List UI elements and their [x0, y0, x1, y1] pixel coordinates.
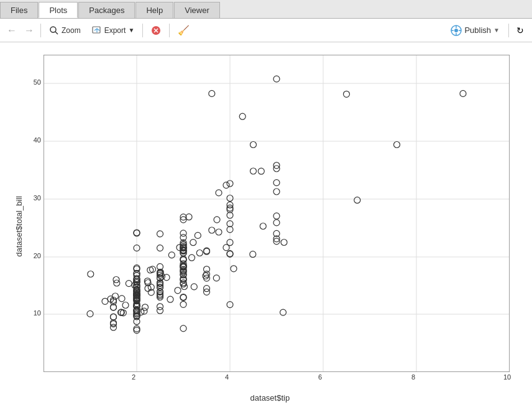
clear-button[interactable] [146, 22, 166, 39]
y-tick-20: 20 [34, 252, 41, 259]
refresh-button[interactable]: ↻ [512, 22, 528, 39]
separator-3 [169, 24, 170, 37]
export-label: Export [104, 26, 126, 35]
close-icon [151, 26, 161, 35]
x-axis-label: dataset$tip [250, 393, 290, 403]
publish-dropdown-arrow: ▼ [493, 27, 500, 34]
y-tick-labels: 50 40 30 20 10 [29, 55, 41, 372]
y-tick-50: 50 [34, 78, 41, 86]
x-tick-2: 2 [132, 373, 135, 381]
publish-icon [451, 25, 462, 36]
toolbar: ← → Zoom Export ▼ 🧹 [0, 19, 532, 42]
tab-plots[interactable]: Plots [39, 2, 78, 18]
separator-1 [40, 24, 41, 37]
zoom-label: Zoom [62, 26, 81, 35]
separator-2 [142, 24, 143, 37]
separator-4 [508, 24, 509, 37]
export-icon [92, 26, 102, 35]
tab-help[interactable]: Help [135, 2, 173, 18]
export-dropdown-arrow: ▼ [128, 27, 134, 34]
x-tick-10: 10 [503, 373, 511, 381]
svg-point-0 [50, 27, 56, 32]
publish-label: Publish [464, 26, 491, 35]
x-tick-6: 6 [318, 373, 322, 381]
y-axis-label: dataset$total_bill [14, 196, 24, 257]
plot-container: dataset$total_bill dataset$tip [0, 42, 532, 410]
y-tick-30: 30 [34, 194, 41, 202]
zoom-button[interactable]: Zoom [44, 22, 86, 39]
plot-area: dataset$total_bill dataset$tip [11, 49, 521, 404]
broom-icon: 🧹 [178, 25, 190, 36]
tab-packages[interactable]: Packages [78, 2, 135, 18]
tab-bar: Files Plots Packages Help Viewer [0, 0, 532, 19]
tab-viewer[interactable]: Viewer [174, 2, 220, 18]
svg-point-8 [454, 29, 458, 32]
svg-line-1 [55, 32, 58, 34]
x-tick-8: 8 [411, 373, 415, 381]
x-tick-labels: 2 4 6 8 10 [44, 373, 510, 386]
x-tick-4: 4 [225, 373, 229, 381]
zoom-icon [49, 26, 59, 35]
export-button[interactable]: Export ▼ [87, 22, 140, 39]
back-button[interactable]: ← [4, 22, 20, 39]
broom-button[interactable]: 🧹 [173, 22, 195, 39]
forward-button[interactable]: → [21, 22, 37, 39]
chart-svg [44, 55, 510, 372]
y-tick-10: 10 [34, 309, 41, 317]
y-tick-40: 40 [34, 136, 41, 144]
tab-files[interactable]: Files [0, 2, 38, 18]
publish-button[interactable]: Publish ▼ [445, 22, 505, 39]
y-axis-label-container: dataset$total_bill [14, 196, 24, 257]
